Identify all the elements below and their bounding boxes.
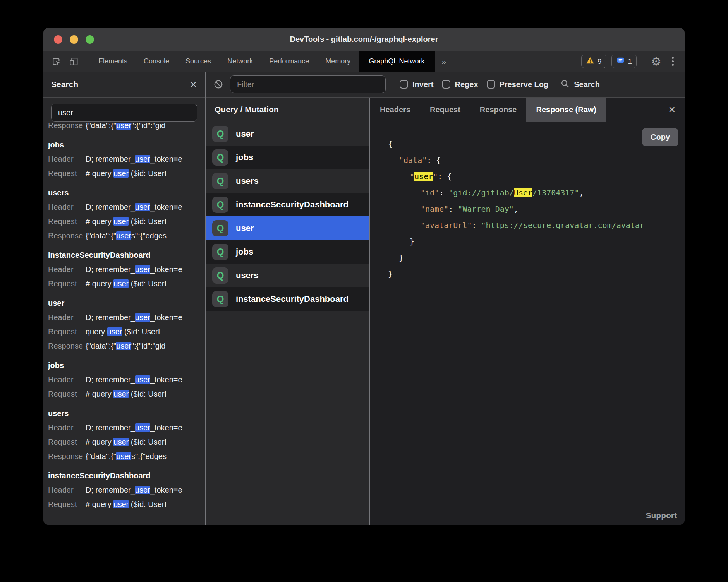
query-list-item[interactable]: Qusers xyxy=(206,264,369,287)
query-type-badge: Q xyxy=(212,220,228,236)
devtools-tab-performance[interactable]: Performance xyxy=(261,51,317,72)
detail-close-icon[interactable]: × xyxy=(659,98,685,122)
detail-tab-response[interactable]: Response xyxy=(470,98,527,122)
devtools-tab-sources[interactable]: Sources xyxy=(177,51,219,72)
search-result-line[interactable]: Response{"data":{"users":{"edges xyxy=(48,449,205,464)
search-result-line[interactable]: Request# query user ($id: UserI xyxy=(48,387,205,401)
query-list-item[interactable]: Qjobs xyxy=(206,240,369,264)
close-window-button[interactable] xyxy=(54,35,62,44)
copy-button[interactable]: Copy xyxy=(642,128,678,146)
query-panel: Query / Mutation QuserQjobsQusersQinstan… xyxy=(206,98,370,525)
json-token: } xyxy=(399,253,403,262)
checkbox-regex[interactable]: Regex xyxy=(442,80,478,89)
devtools-tab-network[interactable]: Network xyxy=(219,51,261,72)
query-list: QuserQjobsQusersQinstanceSecurityDashboa… xyxy=(206,122,369,525)
search-group-title: instanceSecurityDashboard xyxy=(48,248,205,262)
detail-tabs: HeadersRequestResponse Response (Raw) × xyxy=(370,98,685,122)
search-result-line[interactable]: Request# query user ($id: UserI xyxy=(48,214,205,229)
result-text: query xyxy=(86,327,107,336)
result-line-content: # query user ($id: UserI xyxy=(86,387,167,401)
checkbox-box-invert[interactable] xyxy=(400,80,408,89)
query-list-item[interactable]: QinstanceSecurityDashboard xyxy=(206,287,369,311)
detail-tab-headers[interactable]: Headers xyxy=(370,98,420,122)
search-result-group: usersHeaderD; remember_user_token=eReque… xyxy=(48,186,205,243)
result-text: D; remember_ xyxy=(86,375,135,384)
search-group-title: jobs xyxy=(48,138,205,152)
filter-input[interactable] xyxy=(230,75,386,93)
filter-search[interactable]: Search xyxy=(560,79,600,90)
search-result-line[interactable]: Request# query user ($id: UserI xyxy=(48,277,205,291)
detail-tab-response-raw[interactable]: Response (Raw) xyxy=(526,98,606,122)
detail-body: Copy {"data": {"user": {"id": "gid://git… xyxy=(370,122,685,525)
devtools-tab-graphql-network[interactable]: GraphQL Network xyxy=(359,51,434,72)
devtools-tab-elements[interactable]: Elements xyxy=(90,51,136,72)
search-result-line[interactable]: Request# query user ($id: UserI xyxy=(48,497,205,512)
result-line-label: Header xyxy=(48,152,86,166)
json-token: "data" xyxy=(399,156,427,165)
support-link[interactable]: Support xyxy=(646,511,677,520)
search-result-line[interactable]: HeaderD; remember_user_token=e xyxy=(48,421,205,435)
json-token: "avatarUrl" xyxy=(421,221,472,230)
result-text: s":{"edges xyxy=(131,452,167,460)
search-result-line[interactable]: HeaderD; remember_user_token=e xyxy=(48,373,205,387)
search-result-line[interactable]: HeaderD; remember_user_token=e xyxy=(48,262,205,277)
json-line: } xyxy=(388,266,685,282)
search-result-line[interactable]: Request# query user ($id: UserI xyxy=(48,435,205,449)
warnings-badge[interactable]: 9 xyxy=(581,55,606,68)
minimize-window-button[interactable] xyxy=(70,35,78,44)
query-list-item[interactable]: QinstanceSecurityDashboard xyxy=(206,193,369,216)
search-match-highlight: user xyxy=(113,217,129,226)
more-tabs-chevron-icon[interactable]: » xyxy=(435,51,453,72)
json-line: "data": { xyxy=(388,152,685,168)
filter-bar: InvertRegexPreserve Log Search xyxy=(206,72,685,98)
search-close-icon[interactable]: × xyxy=(190,79,197,90)
search-match-highlight: user xyxy=(116,342,131,350)
query-type-badge: Q xyxy=(212,173,228,189)
search-match-highlight: user xyxy=(113,500,129,508)
search-result-line[interactable]: HeaderD; remember_user_token=e xyxy=(48,152,205,166)
search-result-line[interactable]: HeaderD; remember_user_token=e xyxy=(48,310,205,325)
clear-icon[interactable] xyxy=(213,79,224,90)
query-item-label: users xyxy=(236,270,259,281)
search-input[interactable] xyxy=(51,104,197,122)
search-result-line[interactable]: Response{"data":{"users":{"edges xyxy=(48,229,205,243)
network-area: InvertRegexPreserve Log Search Query / M… xyxy=(206,72,685,525)
search-match-highlight: user xyxy=(135,486,150,494)
devtools-tab-console[interactable]: Console xyxy=(136,51,177,72)
zoom-window-button[interactable] xyxy=(86,35,94,44)
result-line-content: {"data":{"users":{"edges xyxy=(86,229,167,243)
query-list-item[interactable]: Quser xyxy=(206,216,369,240)
search-result-group: usersHeaderD; remember_user_token=eReque… xyxy=(48,406,205,464)
json-line: } xyxy=(388,233,685,250)
search-result-line[interactable]: Request# query user ($id: UserI xyxy=(48,166,205,181)
settings-gear-icon[interactable]: ⚙ xyxy=(649,56,663,67)
checkbox-box-regex[interactable] xyxy=(442,80,450,89)
search-result-line[interactable]: HeaderD; remember_user_token=e xyxy=(48,483,205,497)
search-result-line[interactable]: Response{"data":{"user":{"id":"gid xyxy=(48,123,205,133)
search-result-line[interactable]: Response{"data":{"user":{"id":"gid xyxy=(48,339,205,353)
menu-dots-icon[interactable] xyxy=(668,57,678,66)
search-result-line[interactable]: HeaderD; remember_user_token=e xyxy=(48,200,205,214)
devtools-tab-memory[interactable]: Memory xyxy=(317,51,359,72)
checkbox-box-preserve-log[interactable] xyxy=(487,80,495,89)
query-type-badge: Q xyxy=(212,197,228,213)
device-toolbar-icon[interactable] xyxy=(68,56,79,67)
issues-badge[interactable]: 1 xyxy=(611,55,637,68)
json-token: { xyxy=(388,139,393,149)
result-text: D; remember_ xyxy=(86,155,135,163)
query-list-item[interactable]: Qusers xyxy=(206,169,369,193)
result-line-label: Header xyxy=(48,262,86,277)
search-group-title: jobs xyxy=(48,358,205,373)
json-token: , xyxy=(514,204,519,214)
checkbox-invert[interactable]: Invert xyxy=(400,80,433,89)
checkbox-preserve-log[interactable]: Preserve Log xyxy=(487,80,549,89)
search-result-group: instanceSecurityDashboardHeaderD; rememb… xyxy=(48,469,205,512)
query-list-item[interactable]: Quser xyxy=(206,122,369,146)
issues-count: 1 xyxy=(628,57,632,66)
detail-tab-request[interactable]: Request xyxy=(420,98,470,122)
result-line-content: {"data":{"user":{"id":"gid xyxy=(86,123,166,133)
inspect-element-icon[interactable] xyxy=(51,56,62,67)
query-list-item[interactable]: Qjobs xyxy=(206,146,369,169)
search-result-line[interactable]: Requestquery user ($id: UserI xyxy=(48,325,205,339)
query-item-label: jobs xyxy=(236,247,253,257)
